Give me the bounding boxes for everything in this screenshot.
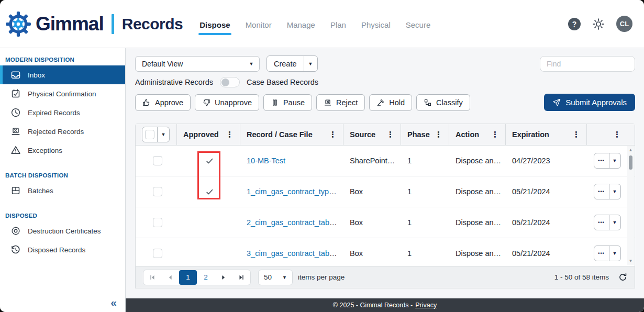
prev-page-button[interactable] — [161, 270, 179, 285]
view-select[interactable]: Default View ▼ — [135, 56, 260, 72]
scroll-thumb[interactable] — [629, 155, 632, 170]
nav-tab-monitor[interactable]: Monitor — [246, 18, 272, 29]
record-type-toggle[interactable] — [220, 77, 240, 87]
clock-icon — [10, 107, 21, 118]
column-label: Record / Case File — [247, 130, 313, 139]
chevron-down-icon[interactable]: ▼ — [158, 132, 169, 137]
nav-tab-plan[interactable]: Plan — [330, 18, 346, 29]
footer: © 2025 - Gimmal Records - Privacy — [126, 298, 644, 312]
sidebar-item-inbox[interactable]: Inbox — [0, 65, 125, 84]
chevron-down-icon[interactable]: ▼ — [609, 153, 620, 168]
ellipsis-icon[interactable]: ••• — [594, 246, 609, 261]
check-icon — [205, 157, 214, 165]
select-all-checkbox[interactable] — [145, 130, 154, 139]
column-menu-icon[interactable]: ⋮ — [327, 130, 339, 139]
column-header-approved[interactable]: Approved⋮ — [177, 124, 240, 145]
record-link[interactable]: 1_cim_gas_contract_type_cr... — [247, 187, 343, 196]
sidebar-item-label: Batches — [28, 187, 53, 195]
nav-tab-physical[interactable]: Physical — [361, 18, 391, 29]
column-menu-icon[interactable]: ⋮ — [432, 130, 445, 139]
next-page-button[interactable] — [215, 270, 232, 285]
create-button[interactable]: Create ▼ — [267, 55, 318, 72]
pager-right: 1 - 50 of 58 items — [554, 273, 627, 282]
ellipsis-icon[interactable]: ••• — [594, 153, 609, 168]
submit-approvals-button[interactable]: Submit Approvals — [544, 94, 635, 111]
pause-button[interactable]: Pause — [263, 94, 312, 111]
sidebar-item-rejected-records[interactable]: Rejected Records — [0, 122, 125, 141]
physical-confirmation-icon — [10, 88, 21, 99]
column-label: Approved — [183, 130, 219, 139]
create-button-label[interactable]: Create — [267, 56, 304, 71]
row-menu-button[interactable]: •••▼ — [594, 153, 621, 169]
select-all-control[interactable]: ▼ — [142, 127, 170, 142]
chevron-down-icon: ▼ — [282, 275, 287, 280]
source-cell: Box — [343, 249, 401, 258]
view-select-value: Default View — [136, 60, 243, 68]
column-header-action[interactable]: Action⋮ — [449, 124, 506, 145]
button-label: Unapprove — [215, 98, 252, 107]
classify-button[interactable]: Classify — [416, 94, 470, 111]
column-menu-icon[interactable]: ⋮ — [384, 130, 396, 139]
first-page-button[interactable] — [143, 270, 161, 285]
sidebar-item-expired-records[interactable]: Expired Records — [0, 103, 125, 122]
create-dropdown-icon[interactable]: ▼ — [304, 56, 317, 71]
column-menu-icon[interactable]: ⋮ — [570, 130, 582, 139]
gear-icon[interactable] — [592, 17, 605, 31]
record-link[interactable]: 10-MB-Test — [247, 157, 285, 165]
approved-cell — [177, 187, 240, 196]
sidebar-collapse-icon[interactable]: « — [110, 296, 117, 309]
column-label: Action — [456, 130, 479, 139]
row-checkbox[interactable] — [153, 156, 162, 165]
page-button-2[interactable]: 2 — [197, 270, 215, 285]
nav-tab-manage[interactable]: Manage — [287, 18, 315, 29]
page-size-select[interactable]: 50 ▼ — [258, 270, 293, 285]
column-menu-icon[interactable]: ⋮ — [489, 130, 501, 139]
chevron-down-icon[interactable]: ▼ — [609, 246, 620, 261]
reject-icon — [324, 98, 332, 107]
chevron-down-icon[interactable]: ▼ — [243, 61, 259, 66]
column-header-expiration[interactable]: Expiration⋮ — [506, 124, 587, 145]
ellipsis-icon[interactable]: ••• — [594, 215, 609, 230]
record-link[interactable]: 3_cim_gas_contract_tab_dis... — [247, 249, 343, 258]
unapprove-button[interactable]: Unapprove — [195, 94, 259, 111]
column-header-record-case-file[interactable]: Record / Case File⋮ — [240, 124, 343, 145]
sidebar-item-disposed-records[interactable]: Disposed Records — [0, 240, 125, 259]
avatar[interactable]: CL — [616, 16, 632, 32]
sidebar-item-label: Expired Records — [28, 109, 80, 117]
column-menu-icon[interactable]: ⋮ — [224, 130, 236, 139]
ellipsis-icon[interactable]: ••• — [594, 184, 609, 199]
find-input[interactable] — [540, 56, 635, 72]
sidebar-item-exceptions[interactable]: Exceptions — [0, 141, 125, 160]
chevron-down-icon[interactable]: ▼ — [609, 215, 620, 230]
row-menu-button[interactable]: •••▼ — [594, 215, 621, 230]
grid-scrollbar[interactable]: ▲ ▼ — [627, 146, 634, 265]
privacy-link[interactable]: Privacy — [415, 302, 437, 309]
refresh-icon[interactable] — [618, 273, 627, 282]
hold-button[interactable]: Hold — [369, 94, 412, 111]
sidebar-item-physical-confirmation[interactable]: Physical Confirmation — [0, 84, 125, 103]
sidebar-item-destruction-certificates[interactable]: Destruction Certificates — [0, 221, 125, 240]
scroll-down-icon[interactable]: ▼ — [629, 257, 633, 265]
help-icon[interactable]: ? — [568, 18, 581, 30]
row-menu-button[interactable]: •••▼ — [594, 184, 621, 199]
copyright-text: © 2025 - Gimmal Records - — [333, 302, 413, 309]
row-checkbox[interactable] — [153, 218, 162, 227]
nav-tab-dispose[interactable]: Dispose — [199, 18, 230, 29]
record-link[interactable]: 2_cim_gas_contract_tab_dis... — [247, 218, 343, 227]
row-menu-button[interactable]: •••▼ — [594, 246, 621, 261]
nav-tab-secure[interactable]: Secure — [406, 18, 431, 29]
scroll-up-icon[interactable]: ▲ — [629, 146, 633, 154]
row-checkbox[interactable] — [153, 187, 162, 196]
page-button-1[interactable]: 1 — [179, 270, 197, 285]
select-all-cell: ▼ — [136, 124, 177, 145]
column-header-source[interactable]: Source⋮ — [343, 124, 401, 145]
approve-button[interactable]: Approve — [135, 94, 191, 111]
row-checkbox[interactable] — [153, 249, 162, 258]
column-menu-icon[interactable]: ⋮ — [611, 130, 623, 139]
last-page-button[interactable] — [232, 270, 250, 285]
sidebar-item-label: Destruction Certificates — [28, 227, 101, 235]
chevron-down-icon[interactable]: ▼ — [609, 184, 620, 199]
sidebar-item-batches[interactable]: Batches — [0, 181, 125, 200]
column-header-phase[interactable]: Phase⋮ — [401, 124, 449, 145]
reject-button[interactable]: Reject — [316, 94, 365, 111]
